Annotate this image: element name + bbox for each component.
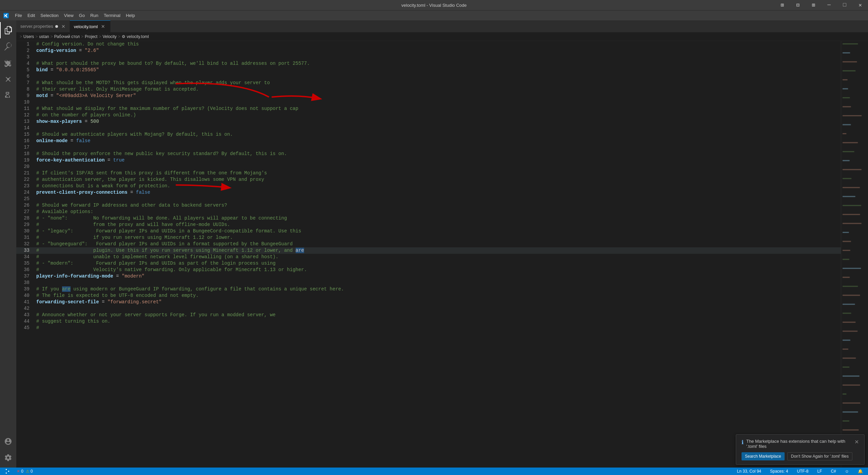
table-row: 27 # Available options:	[16, 209, 841, 215]
breadcrumb-ustan[interactable]: ustan	[39, 34, 49, 39]
table-row: 36 # Velocity's native forwarding. Only …	[16, 267, 841, 273]
status-ln-col[interactable]: Ln 33, Col 94	[735, 469, 763, 474]
minimize-btn[interactable]: ─	[821, 0, 837, 10]
table-row: 23 # connections but is a weak form of p…	[16, 183, 841, 189]
status-notification-bell[interactable]: 🔔	[856, 469, 865, 474]
table-row: 31 # if you run servers using Minecraft …	[16, 234, 841, 241]
status-remote[interactable]	[3, 469, 12, 474]
activity-bar	[0, 20, 16, 468]
table-row: 12 # on the number of players online.)	[16, 112, 841, 118]
table-row: 33 # plugin. Use this if you run servers…	[16, 247, 841, 254]
breadcrumb-project[interactable]: Project	[85, 34, 97, 39]
breadcrumb: > Users > ustan > Рабочий стол > Project…	[16, 32, 868, 41]
tab-velocity-close-icon[interactable]: ✕	[101, 24, 105, 29]
svg-point-0	[7, 78, 9, 80]
menu-bar: File Edit Selection View Go Run Terminal…	[0, 10, 868, 20]
notification-popup: ℹ The Marketplace has extensions that ca…	[736, 434, 865, 465]
table-row: 14	[16, 125, 841, 131]
table-row: 21 # If client's ISP/AS sent from this p…	[16, 170, 841, 176]
vscode-logo	[3, 13, 9, 18]
maximize-btn[interactable]: □	[837, 0, 852, 10]
table-row: 13 show-max-players = 500	[16, 118, 841, 125]
table-row: 15 # Should we authenticate players with…	[16, 131, 841, 138]
tab-velocity-toml[interactable]: velocity.toml ✕	[70, 20, 111, 32]
table-row: 42	[16, 305, 841, 312]
breadcrumb-users[interactable]: Users	[23, 34, 34, 39]
activity-scm[interactable]	[0, 55, 16, 71]
table-row: 39 # If you are using modern or BungeeGu…	[16, 286, 841, 292]
table-row: 41 forwarding-secret-file = "forwarding.…	[16, 299, 841, 305]
status-bar: ✕ 0 ⚠ 0 Ln 33, Col 94 Spaces: 4 UTF-8 LF…	[0, 468, 868, 475]
dont-show-again-button[interactable]: Don't Show Again for '.toml' files	[787, 452, 852, 460]
menu-run[interactable]: Run	[87, 12, 101, 19]
tab-close-icon[interactable]: ✕	[61, 24, 65, 29]
menu-go[interactable]: Go	[76, 12, 87, 19]
tabs-bar: server.properties ✕ velocity.toml ✕	[16, 20, 868, 32]
status-language[interactable]: C#	[829, 469, 837, 474]
menu-edit[interactable]: Edit	[25, 12, 38, 19]
table-row: 8 # their server list. Only MiniMessage …	[16, 86, 841, 93]
table-row: 30 # - "legacy": Forward player IPs and …	[16, 228, 841, 234]
table-row: 11 # What should we display for the maxi…	[16, 106, 841, 112]
tab-server-properties[interactable]: server.properties ✕	[16, 20, 70, 32]
breadcrumb-velocity-dir[interactable]: Velocity	[102, 34, 116, 39]
breadcrumb-filename[interactable]: velocity.toml	[127, 34, 149, 39]
table-row: 20	[16, 164, 841, 170]
window-controls[interactable]: ⊞ ⊟ ⊞ ─ □ ✕	[774, 0, 868, 10]
activity-extensions[interactable]	[0, 87, 16, 103]
menu-terminal[interactable]: Terminal	[101, 12, 123, 19]
table-row: 26 # Should we forward IP addresses and …	[16, 202, 841, 209]
table-row: 43 # Announce whether or not your server…	[16, 312, 841, 318]
menu-file[interactable]: File	[12, 12, 25, 19]
notification-info-icon: ℹ	[742, 439, 744, 445]
layout-btn[interactable]: ⊞	[774, 0, 790, 10]
minimap[interactable]	[841, 41, 868, 468]
activity-bottom	[0, 433, 16, 468]
editor-container: 1 # Config version. Do not change this 2…	[16, 41, 868, 468]
table-row: 34 # unable to implement network level f…	[16, 254, 841, 260]
grid-btn[interactable]: ⊞	[806, 0, 821, 10]
table-row: 22 # authentication server, the player i…	[16, 176, 841, 183]
table-row: 10	[16, 99, 841, 106]
menu-help[interactable]: Help	[123, 12, 138, 19]
table-row: 5 bind = "0.0.0.0:25565"	[16, 67, 841, 73]
notification-actions: Search Marketplace Don't Show Again for …	[742, 452, 859, 460]
status-encoding[interactable]: UTF-8	[795, 469, 810, 474]
table-row: 7 # What should be the MOTD? This gets d…	[16, 80, 841, 86]
table-row: 18 # Should the proxy enforce the new pu…	[16, 151, 841, 157]
window-title: velocity.toml - Visual Studio Code	[401, 3, 467, 8]
search-marketplace-button[interactable]: Search Marketplace	[742, 452, 785, 460]
activity-explorer[interactable]	[0, 22, 16, 38]
breadcrumb-desktop[interactable]: Рабочий стол	[54, 34, 80, 39]
table-row: 29 # from the proxy and will have offlin…	[16, 222, 841, 228]
table-row: 25	[16, 196, 841, 202]
status-errors[interactable]: ✕ 0 ⚠ 0	[15, 469, 35, 474]
table-row: 4 # What port should the proxy be bound …	[16, 60, 841, 67]
menu-view[interactable]: View	[61, 12, 76, 19]
code-editor[interactable]: 1 # Config version. Do not change this 2…	[16, 41, 841, 468]
status-feedback[interactable]: ☺	[843, 469, 851, 474]
activity-account[interactable]	[0, 433, 16, 450]
breadcrumb-file-icon: ⚙	[122, 34, 125, 39]
status-spaces[interactable]: Spaces: 4	[768, 469, 790, 474]
close-btn[interactable]: ✕	[852, 0, 868, 10]
main-layout: server.properties ✕ velocity.toml ✕ > Us…	[0, 20, 868, 468]
code-lines: 1 # Config version. Do not change this 2…	[16, 41, 841, 338]
table-row: 6	[16, 73, 841, 80]
activity-search[interactable]	[0, 38, 16, 55]
menu-selection[interactable]: Selection	[38, 12, 61, 19]
split-btn[interactable]: ⊟	[790, 0, 806, 10]
table-row: 44 # suggest turning this on.	[16, 318, 841, 325]
activity-debug[interactable]	[0, 71, 16, 87]
title-bar: velocity.toml - Visual Studio Code ⊞ ⊟ ⊞…	[0, 0, 868, 10]
activity-settings[interactable]	[0, 450, 16, 466]
notification-header: ℹ The Marketplace has extensions that ca…	[742, 439, 859, 449]
notification-close-button[interactable]: ✕	[854, 439, 859, 445]
table-row: 9 motd = "<#09add3>A Velocity Server"	[16, 93, 841, 99]
tab-server-properties-label: server.properties	[20, 24, 53, 29]
status-eol[interactable]: LF	[815, 469, 824, 474]
table-row: 28 # - "none": No forwarding will be don…	[16, 215, 841, 222]
table-row: 19 force-key-authentication = true	[16, 157, 841, 164]
table-row: 40 # The file is expected to be UTF-8 en…	[16, 292, 841, 299]
table-row: 2 config-version = "2.6"	[16, 48, 841, 54]
